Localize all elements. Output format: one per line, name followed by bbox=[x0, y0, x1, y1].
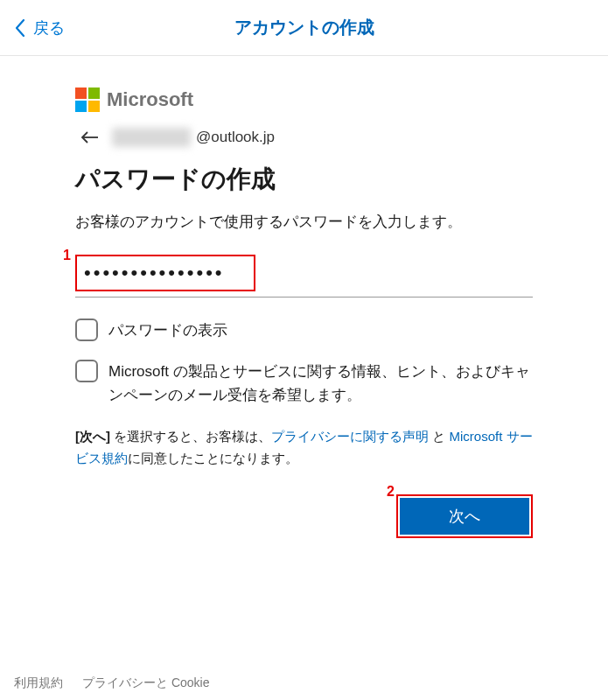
back-button[interactable]: 戻る bbox=[0, 18, 65, 38]
show-password-label: パスワードの表示 bbox=[108, 318, 227, 342]
footer: 利用規約 プライバシーと Cookie bbox=[14, 676, 209, 691]
back-label: 戻る bbox=[33, 18, 65, 38]
email-domain: @outlook.jp bbox=[196, 129, 275, 146]
page-title: アカウントの作成 bbox=[234, 16, 374, 39]
legal-text: [次へ] を選択すると、お客様は、プライバシーに関する声明 と Microsof… bbox=[75, 425, 533, 470]
next-button[interactable]: 次へ bbox=[400, 498, 529, 535]
marketing-optin-label: Microsoft の製品とサービスに関する情報、ヒント、およびキャンペーンのメ… bbox=[108, 360, 533, 407]
annotation-2: 2 bbox=[387, 484, 395, 500]
show-password-checkbox[interactable] bbox=[75, 318, 98, 341]
annotation-1: 1 bbox=[63, 248, 71, 263]
subtitle: お客様のアカウントで使用するパスワードを入力します。 bbox=[75, 212, 533, 232]
marketing-optin-checkbox[interactable] bbox=[75, 360, 98, 382]
password-input[interactable] bbox=[77, 256, 254, 290]
privacy-link[interactable]: プライバシーに関する声明 bbox=[271, 429, 429, 444]
footer-terms-link[interactable]: 利用規約 bbox=[14, 676, 63, 691]
email-local-blurred bbox=[112, 128, 191, 147]
email-identity-row[interactable]: @outlook.jp bbox=[75, 128, 533, 147]
legal-text-2: と bbox=[429, 429, 449, 444]
chevron-left-icon bbox=[14, 18, 26, 38]
legal-text-3: に同意したことになります。 bbox=[128, 451, 298, 466]
password-highlight-box bbox=[75, 255, 255, 291]
nav-bar: 戻る アカウントの作成 bbox=[0, 0, 608, 56]
legal-text-1: を選択すると、お客様は、 bbox=[110, 429, 271, 444]
footer-privacy-link[interactable]: プライバシーと Cookie bbox=[82, 676, 209, 691]
microsoft-brand-text: Microsoft bbox=[107, 88, 193, 111]
microsoft-logo-icon bbox=[75, 88, 100, 112]
heading: パスワードの作成 bbox=[75, 163, 533, 196]
microsoft-logo-lockup: Microsoft bbox=[75, 88, 533, 112]
next-highlight-box: 次へ bbox=[396, 494, 533, 538]
input-underline bbox=[75, 297, 533, 298]
legal-prefix-bold: [次へ] bbox=[75, 429, 110, 444]
arrow-left-icon bbox=[80, 131, 100, 144]
